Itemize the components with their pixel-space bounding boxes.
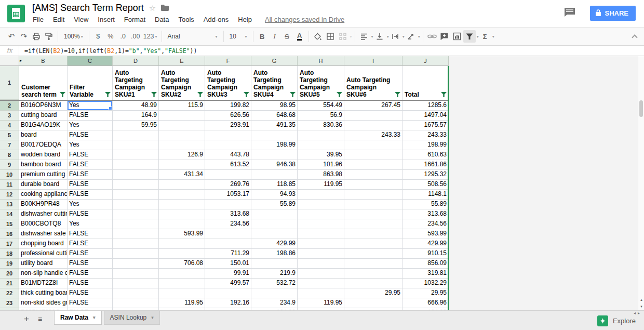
grid-cell[interactable]: FALSE [68, 259, 113, 269]
column-header-C[interactable]: C [68, 56, 113, 66]
grid-cell[interactable] [159, 190, 205, 200]
collapse-toolbar-button[interactable] [633, 34, 638, 39]
grid-cell[interactable] [298, 190, 344, 200]
grid-cell[interactable]: B01G4AO19K [19, 121, 68, 130]
grid-cell[interactable]: 508.56 [403, 180, 449, 190]
grid-cell[interactable]: FALSE [68, 170, 113, 180]
grid-cell[interactable]: 198.86 [251, 249, 298, 259]
grid-cell[interactable] [205, 229, 251, 239]
row-header-9[interactable]: 9 [0, 160, 19, 170]
grid-cell[interactable]: dishwasher cuttin [19, 209, 68, 219]
grid-cell[interactable] [344, 200, 403, 209]
column-filter-icon[interactable] [244, 92, 249, 97]
add-sheet-button[interactable]: + [20, 314, 33, 324]
grid-cell[interactable]: 192.16 [205, 298, 251, 308]
grid-cell[interactable]: 234.56 [205, 219, 251, 229]
grid-cell[interactable]: FALSE [68, 239, 113, 249]
grid-cell[interactable]: FALSE [68, 269, 113, 279]
vertical-align-button[interactable] [373, 30, 386, 43]
column-filter-icon[interactable] [395, 92, 400, 97]
grid-cell[interactable] [344, 259, 403, 269]
font-size-select[interactable]: 10▾ [226, 33, 250, 40]
grid-cell[interactable]: FALSE [68, 111, 113, 121]
row-header-7[interactable]: 7 [0, 140, 19, 150]
grid-cell[interactable]: 593.99 [159, 229, 205, 239]
redo-button[interactable]: ↷ [18, 30, 30, 43]
grid-cell[interactable]: cutting board [19, 111, 68, 121]
grid-cell[interactable]: board [19, 130, 68, 140]
vertical-scrollbar[interactable]: ▴ ▾ [638, 56, 644, 310]
grid-cell[interactable] [298, 130, 344, 140]
grid-cell[interactable]: FALSE [68, 249, 113, 259]
grid-cell[interactable]: 313.68 [403, 209, 449, 219]
grid-cell[interactable]: non-slip handle c [19, 269, 68, 279]
grid-cell[interactable] [344, 269, 403, 279]
grid-cell[interactable]: 101.96 [298, 160, 344, 170]
grid-cell[interactable] [113, 279, 159, 288]
grid-cell[interactable]: professional cutti [19, 249, 68, 259]
horizontal-scroll-arrows[interactable]: ◂▸ [634, 311, 642, 315]
grid-cell[interactable] [113, 239, 159, 249]
row-header-12[interactable]: 12 [0, 190, 19, 200]
grid-cell[interactable] [159, 288, 205, 298]
header-cell[interactable]: Total [403, 66, 449, 100]
column-header-I[interactable]: I [344, 56, 403, 66]
column-header-B[interactable]: ▸B [19, 56, 68, 66]
grid-cell[interactable]: 1032.29 [403, 279, 449, 288]
grid-cell[interactable]: FALSE [68, 229, 113, 239]
row-header-2[interactable]: 2 [0, 101, 19, 111]
grid-cell[interactable] [298, 288, 344, 298]
grid-cell[interactable] [251, 229, 298, 239]
grid-cell[interactable]: B0017OEDQA [19, 140, 68, 150]
grid-cell[interactable] [205, 239, 251, 249]
grid-cell[interactable]: Yes [68, 101, 113, 111]
header-cell[interactable]: Auto Targeting Campaign SKU#4 [251, 66, 298, 100]
scrollbar-thumb[interactable] [639, 100, 643, 117]
grid-cell[interactable] [344, 298, 403, 308]
row-header-10[interactable]: 10 [0, 170, 19, 180]
grid-cell[interactable]: 313.68 [205, 209, 251, 219]
grid-cell[interactable]: 115.9 [159, 101, 205, 111]
grid-cell[interactable] [298, 239, 344, 249]
row-header-5[interactable]: 5 [0, 130, 19, 140]
grid-cell[interactable]: 98.95 [251, 101, 298, 111]
grid-cell[interactable]: 29.95 [344, 288, 403, 298]
grid-cell[interactable]: 491.35 [251, 121, 298, 130]
grid-cell[interactable] [251, 209, 298, 219]
menu-file[interactable]: File [32, 15, 48, 24]
grid-cell[interactable] [159, 130, 205, 140]
grid-cell[interactable]: FALSE [68, 160, 113, 170]
grid-cell[interactable]: 706.08 [159, 259, 205, 269]
grid-cell[interactable]: 626.56 [205, 111, 251, 121]
grid-cell[interactable]: FALSE [68, 180, 113, 190]
grid-cell[interactable] [159, 111, 205, 121]
grid-cell[interactable] [298, 200, 344, 209]
column-header-E[interactable]: E [159, 56, 205, 66]
grid-cell[interactable]: 243.33 [344, 130, 403, 140]
grid-cell[interactable]: 499.57 [205, 279, 251, 288]
grid-cell[interactable] [298, 279, 344, 288]
insert-comment-button[interactable] [438, 30, 451, 43]
grid-cell[interactable]: premium cutting b [19, 170, 68, 180]
sheets-logo-icon[interactable] [7, 5, 25, 22]
grid-cell[interactable]: FALSE [68, 130, 113, 140]
merge-cells-button[interactable] [337, 30, 349, 43]
grid-cell[interactable]: Yes [68, 219, 113, 229]
row-header-14[interactable]: 14 [0, 209, 19, 219]
grid-cell[interactable] [113, 190, 159, 200]
column-header-F[interactable]: F [205, 56, 251, 66]
borders-button[interactable] [324, 30, 337, 43]
grid-cell[interactable] [344, 121, 403, 130]
text-color-button[interactable]: A [297, 33, 302, 41]
grid-cell[interactable] [344, 150, 403, 160]
grid-cell[interactable] [113, 130, 159, 140]
row-header-20[interactable]: 20 [0, 269, 19, 279]
grid-cell[interactable] [251, 150, 298, 160]
column-filter-icon[interactable] [441, 92, 447, 97]
grid-cell[interactable]: 118.85 [251, 180, 298, 190]
filter-button[interactable] [463, 30, 476, 43]
column-header-D[interactable]: D [113, 56, 159, 66]
grid-cell[interactable]: 613.52 [205, 160, 251, 170]
grid-cell[interactable] [113, 298, 159, 308]
grid-cell[interactable] [251, 219, 298, 229]
